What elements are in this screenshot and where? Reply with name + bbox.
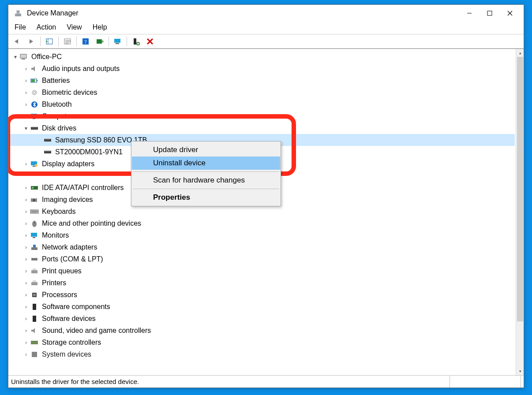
device-tree[interactable]: ▾ Office-PC › Audio inputs and outputs ›… <box>8 49 516 375</box>
tree-item-label: Print queues <box>42 267 82 275</box>
scrollbar-down-icon[interactable]: ▾ <box>516 367 524 375</box>
titlebar[interactable]: Device Manager <box>8 5 524 22</box>
ctx-properties[interactable]: Properties <box>132 191 280 204</box>
toolbar-back-button[interactable] <box>11 36 23 47</box>
svg-rect-57 <box>31 233 37 237</box>
chevron-right-icon[interactable]: › <box>22 220 30 227</box>
chevron-right-icon[interactable]: › <box>22 185 30 191</box>
toolbar-properties-button[interactable] <box>61 36 74 47</box>
audio-icon <box>30 65 39 73</box>
chevron-right-icon[interactable]: › <box>22 197 30 203</box>
chevron-right-icon[interactable]: › <box>22 78 30 84</box>
chevron-right-icon[interactable]: › <box>22 304 30 310</box>
chevron-right-icon[interactable]: › <box>22 268 30 274</box>
tree-item-audio[interactable]: › Audio inputs and outputs <box>9 63 515 75</box>
tree-item-processors[interactable]: › Processors <box>9 289 515 301</box>
svg-rect-37 <box>31 114 37 118</box>
chevron-right-icon[interactable]: › <box>22 244 30 250</box>
context-menu: Update driver Uninstall device Scan for … <box>131 141 281 206</box>
vertical-scrollbar[interactable]: ▴ ▾ <box>516 49 524 375</box>
svg-point-63 <box>34 259 35 260</box>
minimize-button[interactable] <box>459 6 480 20</box>
ctx-scan-hardware[interactable]: Scan for hardware changes <box>132 174 280 187</box>
chevron-right-icon[interactable]: › <box>22 351 30 358</box>
toolbar-updatedriver-button[interactable] <box>112 36 124 47</box>
chevron-right-icon[interactable]: › <box>22 292 30 298</box>
toolbar-help-button[interactable]: ? <box>79 36 92 47</box>
chevron-right-icon[interactable]: › <box>22 89 30 96</box>
svg-rect-52 <box>30 210 38 213</box>
svg-rect-42 <box>45 139 51 140</box>
menu-file[interactable]: File <box>15 23 26 31</box>
tree-item-system[interactable]: › System devices <box>9 348 515 360</box>
chevron-right-icon[interactable]: › <box>22 339 30 346</box>
ctx-uninstall-device[interactable]: Uninstall device <box>132 157 280 170</box>
maximize-button[interactable] <box>480 6 500 20</box>
tree-item-diskdrives[interactable]: ▾ Disk drives <box>9 122 515 134</box>
tree-item-printers[interactable]: › Printers <box>9 277 515 289</box>
tree-item-sound[interactable]: › Sound, video and game controllers <box>9 324 515 336</box>
tree-item-label: Audio inputs and outputs <box>42 65 120 73</box>
tree-item-bluetooth[interactable]: › Bluetooth <box>9 98 515 110</box>
chevron-right-icon[interactable]: › <box>22 66 30 72</box>
tree-item-ports[interactable]: › Ports (COM & LPT) <box>9 253 515 265</box>
tree-item-swcomponents[interactable]: › Software components <box>9 301 515 313</box>
tree-item-label: Bluetooth <box>42 101 72 108</box>
disk-icon <box>43 148 52 156</box>
chevron-right-icon[interactable]: › <box>22 209 30 215</box>
bluetooth-icon <box>30 101 39 108</box>
menu-help[interactable]: Help <box>93 23 107 31</box>
tree-item-mice[interactable]: › Mice and other pointing devices <box>9 217 515 229</box>
close-button[interactable] <box>500 6 520 20</box>
tree-item-network[interactable]: › Network adapters <box>9 241 515 253</box>
toolbar-forward-button[interactable] <box>25 36 37 47</box>
tree-item-swdevices[interactable]: › Software devices <box>9 313 515 324</box>
chevron-down-icon[interactable]: ▾ <box>22 125 30 131</box>
mouse-icon <box>30 220 39 227</box>
chevron-right-icon[interactable]: › <box>22 316 30 322</box>
chevron-down-icon[interactable]: ▾ <box>12 54 19 60</box>
svg-rect-29 <box>22 59 25 60</box>
tree-item-label: Keyboards <box>42 208 76 216</box>
chevron-right-icon[interactable]: › <box>22 256 30 262</box>
menu-view[interactable]: View <box>67 23 82 31</box>
chevron-right-icon[interactable]: › <box>22 101 30 108</box>
tree-item-storage[interactable]: › Storage controllers <box>9 336 515 348</box>
toolbar-uninstall-button[interactable] <box>144 36 156 47</box>
toolbar-scan-button[interactable] <box>94 36 106 47</box>
svg-rect-65 <box>31 270 37 273</box>
svg-rect-20 <box>114 39 120 43</box>
camera-icon <box>30 196 39 204</box>
menu-action[interactable]: Action <box>37 23 56 31</box>
svg-rect-4 <box>487 11 492 15</box>
svg-rect-68 <box>33 280 36 282</box>
scrollbar-thumb[interactable] <box>517 57 523 321</box>
svg-point-2 <box>18 11 19 13</box>
tree-item-biometric[interactable]: › Biometric devices <box>9 86 515 98</box>
svg-point-34 <box>32 90 37 95</box>
tree-item-computer[interactable]: › Computer <box>9 110 515 122</box>
tree-item-label: System devices <box>42 350 91 358</box>
tree-item-monitors[interactable]: › Monitors <box>9 229 515 241</box>
scrollbar-up-icon[interactable]: ▴ <box>516 49 524 57</box>
tree-item-batteries[interactable]: › Batteries <box>9 75 515 86</box>
svg-rect-32 <box>37 80 37 82</box>
svg-rect-38 <box>33 118 35 119</box>
chevron-right-icon[interactable]: › <box>22 328 30 334</box>
tree-item-printqueues[interactable]: › Print queues <box>9 265 515 277</box>
chevron-right-icon[interactable]: › <box>22 280 30 286</box>
storage-icon <box>30 339 39 347</box>
chevron-right-icon[interactable]: › <box>22 232 30 238</box>
ctx-update-driver[interactable]: Update driver <box>132 143 280 157</box>
toolbar-addhardware-button[interactable] <box>130 36 142 47</box>
tree-item-label: Software devices <box>42 315 96 323</box>
svg-rect-60 <box>33 245 36 247</box>
svg-rect-74 <box>31 341 38 344</box>
chevron-right-icon[interactable]: › <box>22 161 30 167</box>
tree-item-label: Imaging devices <box>42 196 93 204</box>
tree-item-keyboards[interactable]: › Keyboards <box>9 205 515 217</box>
tree-root[interactable]: ▾ Office-PC <box>9 51 515 63</box>
monitor-icon <box>30 231 39 239</box>
toolbar-showhidden-button[interactable] <box>43 36 56 47</box>
chevron-right-icon[interactable]: › <box>22 113 30 119</box>
